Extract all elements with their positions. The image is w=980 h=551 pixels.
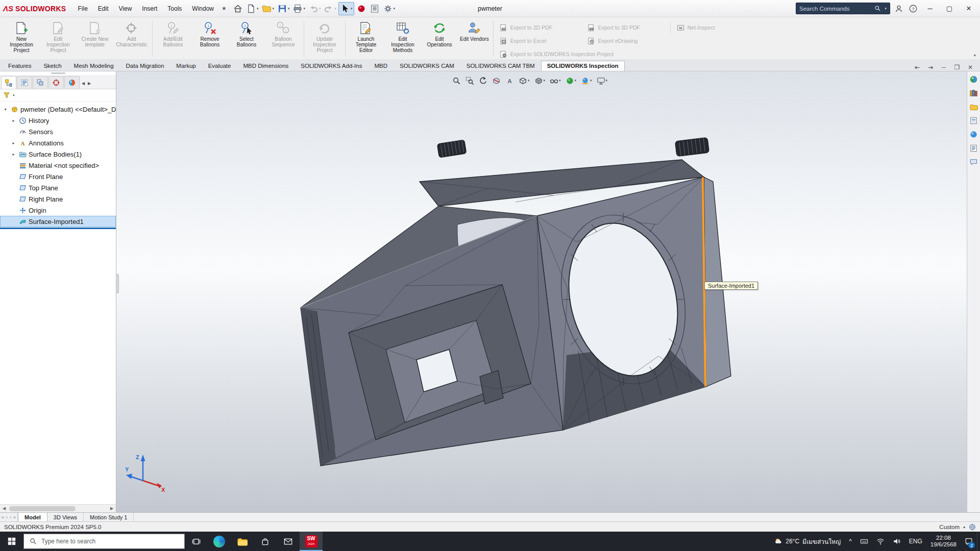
network-icon[interactable]	[872, 532, 889, 551]
start-button[interactable]	[0, 532, 23, 551]
save-button[interactable]: ▾	[276, 2, 291, 15]
previous-view-button[interactable]	[477, 74, 489, 87]
chevron-down-icon[interactable]: ▾	[272, 7, 274, 11]
select-balloons-button[interactable]: 1 Select Balloons	[228, 19, 265, 59]
chevron-down-icon[interactable]: ▾	[319, 7, 321, 11]
tree-item-history[interactable]: ▸ History	[0, 115, 116, 126]
launch-template-editor-button[interactable]: Launch Template Editor	[348, 19, 384, 59]
edit-inspection-project-button[interactable]: Edit Inspection Project	[40, 19, 77, 59]
tree-horizontal-scrollbar[interactable]: ◀ ▶	[0, 504, 116, 512]
task-view-button[interactable]	[185, 532, 208, 551]
menu-window[interactable]: Window	[187, 3, 218, 14]
minimize-button[interactable]: ─	[922, 2, 938, 15]
create-new-template-button[interactable]: Create New template	[77, 19, 113, 59]
featuremanager-tab[interactable]	[1, 76, 16, 89]
chevron-down-icon[interactable]: ▾	[528, 79, 530, 83]
tab-mesh-modeling[interactable]: Mesh Modeling	[68, 61, 120, 71]
chevron-down-icon[interactable]: ▾	[303, 7, 305, 11]
export-3d-pdf-button[interactable]: 3D Export to 3D PDF	[587, 21, 659, 34]
panel-tab-scroll-right-icon[interactable]: ▶	[86, 81, 92, 86]
tab-features[interactable]: Features	[2, 61, 37, 71]
dock-left-icon[interactable]: ⇤	[913, 64, 922, 71]
menu-edit[interactable]: Edit	[93, 3, 113, 14]
maximize-button[interactable]: ▢	[941, 2, 958, 15]
display-style-button[interactable]: ▾	[533, 74, 547, 87]
tab-solidworks-add-ins[interactable]: SOLIDWORKS Add-Ins	[295, 61, 368, 71]
ribbon-collapse-chevron[interactable]: ▴	[973, 52, 976, 57]
chevron-down-icon[interactable]: ▾	[351, 7, 353, 11]
open-document-button[interactable]: ▾	[260, 2, 275, 15]
expand-arrow-icon[interactable]: ▸	[11, 152, 16, 157]
tab-last-icon[interactable]: »	[13, 515, 16, 520]
3dexperience-button[interactable]	[355, 2, 368, 15]
doc-minimize-icon[interactable]: ─	[939, 64, 948, 71]
graphics-area[interactable]: A ▾ ▾ ▾ ▾ ▾ ▾ Surface-Imported1 Z X Y	[116, 71, 980, 512]
display-state-dropdown[interactable]: Custom	[939, 524, 960, 530]
solidworks-forum-icon[interactable]	[969, 157, 979, 167]
menu-view[interactable]: View	[114, 3, 137, 14]
menu-file[interactable]: File	[73, 3, 92, 14]
chevron-down-icon[interactable]: ▾	[559, 79, 561, 83]
add-edit-balloons-button[interactable]: 1 Add/Edit Balloons	[155, 19, 191, 59]
hidden-icons-chevron[interactable]: ^	[845, 532, 856, 551]
dock-right-icon[interactable]: ⇥	[926, 64, 935, 71]
chevron-down-icon[interactable]: ▾	[544, 79, 546, 83]
file-explorer-button[interactable]	[231, 532, 254, 551]
panel-grip[interactable]	[0, 71, 116, 75]
tab-mbd-dimensions[interactable]: MBD Dimensions	[237, 61, 295, 71]
select-tool-button[interactable]: ▾	[338, 2, 354, 15]
solidworks-resources-icon[interactable]	[969, 74, 979, 84]
filter-funnel-icon[interactable]	[3, 92, 10, 99]
model-3d-view[interactable]	[116, 71, 980, 512]
edit-inspection-methods-button[interactable]: Edit Inspection Methods	[384, 19, 421, 59]
units-globe-icon[interactable]	[969, 523, 976, 531]
weather-widget[interactable]: 26°C มีเมฆส่วนใหญ่	[770, 532, 845, 551]
tab-solidworks-cam-tbm[interactable]: SOLIDWORKS CAM TBM	[460, 61, 541, 71]
edge-browser-button[interactable]	[208, 532, 231, 551]
tree-item-origin[interactable]: Origin	[0, 205, 116, 216]
close-button[interactable]: ✕	[961, 2, 977, 15]
knurled-knob-right[interactable]	[675, 137, 709, 157]
tab-next-icon[interactable]: ›	[10, 515, 11, 520]
view-palette-icon[interactable]	[969, 115, 979, 126]
print-button[interactable]: ▾	[291, 2, 306, 15]
tab-evaluate[interactable]: Evaluate	[202, 61, 237, 71]
show-desktop-button[interactable]	[977, 532, 980, 551]
chevron-down-icon[interactable]: ▾	[590, 79, 592, 83]
new-document-button[interactable]: ▾	[245, 2, 260, 15]
clock-widget[interactable]: 22:08 19/6/2568	[926, 532, 961, 551]
doc-restore-icon[interactable]: ❐	[952, 64, 962, 71]
tab-data-migration[interactable]: Data Migration	[120, 61, 170, 71]
search-icon[interactable]	[874, 5, 881, 12]
configurationmanager-tab[interactable]	[33, 76, 48, 89]
file-explorer-icon[interactable]	[969, 102, 979, 112]
tree-item-top-plane[interactable]: Top Plane	[0, 182, 116, 193]
remove-balloons-button[interactable]: 1 Remove Balloons	[191, 19, 228, 59]
tab-prev-icon[interactable]: ‹	[6, 515, 8, 520]
dimxpertmanager-tab[interactable]	[48, 76, 64, 89]
tab-sketch[interactable]: Sketch	[37, 61, 67, 71]
action-center-button[interactable]: 2	[961, 532, 977, 551]
scroll-left-icon[interactable]: ◀	[0, 506, 8, 511]
tree-item-front-plane[interactable]: Front Plane	[0, 171, 116, 182]
chevron-down-icon[interactable]: ▾	[606, 79, 608, 83]
help-icon[interactable]: ?	[908, 3, 919, 14]
scrollbar-track[interactable]	[8, 506, 108, 512]
doc-tab-motion-study-1[interactable]: Motion Study 1	[84, 513, 134, 521]
design-library-icon[interactable]	[969, 88, 979, 98]
balloon-sequence-button[interactable]: 12 Balloon Sequence	[265, 19, 302, 59]
new-inspection-project-button[interactable]: New Inspection Project	[3, 19, 40, 59]
export-2d-pdf-button[interactable]: PDF Export to 2D PDF	[500, 21, 576, 34]
doc-close-icon[interactable]: ✕	[966, 64, 975, 71]
tree-item-surface-bodies[interactable]: ▸ Surface Bodies(1)	[0, 148, 116, 160]
export-edrawing-button[interactable]: e Export eDrawing	[587, 35, 659, 47]
edit-vendors-button[interactable]: Edit Vendors	[458, 19, 491, 59]
solidworks-app-button[interactable]: SW2024	[300, 532, 323, 551]
displaymanager-tab[interactable]	[64, 76, 80, 89]
section-view-button[interactable]	[491, 74, 502, 87]
custom-properties-icon[interactable]	[969, 143, 979, 153]
view-orientation-button[interactable]: ▾	[517, 74, 531, 87]
view-settings-button[interactable]: ▾	[595, 74, 609, 87]
zoom-fit-button[interactable]	[451, 74, 462, 87]
edit-appearance-button[interactable]: ▾	[564, 74, 578, 87]
